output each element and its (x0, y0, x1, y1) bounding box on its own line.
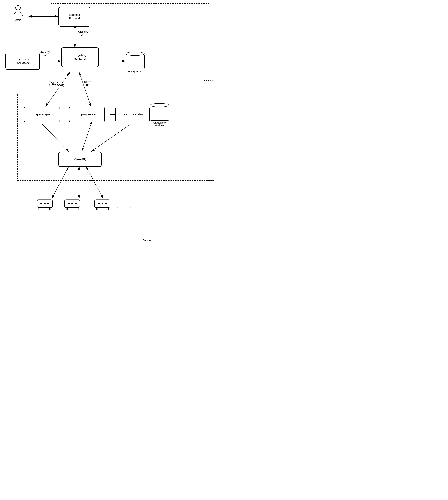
postgresql-db: PostgreSQL (126, 52, 144, 73)
device-1 (36, 199, 53, 211)
data-updater-plant-box: Data Updater Plant (115, 107, 150, 122)
vernemq-box: VerneMQ (59, 151, 101, 167)
graphql-api-label-2: GraphQL API (40, 51, 50, 57)
graphql-api-label-1: GraphQL API (78, 30, 88, 36)
svg-rect-21 (39, 207, 40, 210)
edgehog-region-label: Edgehog (204, 79, 213, 82)
astarte-region (17, 93, 213, 181)
svg-rect-28 (77, 207, 78, 210)
svg-point-26 (75, 203, 77, 204)
svg-point-18 (40, 203, 42, 204)
trigger-engine-box: Trigger Engine (24, 107, 60, 122)
edgehog-frontend-box: Edgehog Frontend (59, 7, 90, 27)
third-party-box: Third Party Applications (5, 52, 40, 70)
svg-rect-33 (96, 207, 98, 210)
svg-rect-34 (107, 207, 108, 210)
users-actor: Users (9, 5, 28, 22)
triggers-label: Triggers (HTTP POST) (49, 81, 64, 87)
svg-point-19 (44, 203, 46, 204)
architecture-diagram: Edgehog Astarte Devices Users Edgehog Fr… (0, 0, 224, 250)
device-3 (94, 199, 111, 211)
edgehog-backend-box: Edgehog Backend (61, 47, 99, 67)
svg-point-30 (98, 203, 100, 204)
svg-point-31 (101, 203, 103, 204)
devices-region-label: Devices (143, 239, 151, 242)
svg-rect-27 (66, 207, 68, 210)
cassandra-db: Cassandra/ ScyllaDB (150, 103, 169, 127)
svg-point-16 (16, 5, 20, 10)
rest-api-label: REST API (84, 81, 91, 87)
appengine-api-box: AppEngine API (69, 107, 105, 122)
svg-point-24 (68, 203, 70, 204)
svg-rect-22 (49, 207, 51, 210)
devices-ellipsis: . . . . . . (117, 205, 135, 209)
postgresql-label: PostgreSQL (128, 70, 142, 73)
users-label: Users (13, 17, 23, 22)
svg-point-20 (47, 203, 49, 204)
device-2 (64, 199, 81, 211)
svg-point-25 (71, 203, 73, 204)
cassandra-label: Cassandra/ ScyllaDB (153, 121, 166, 127)
astarte-region-label: Astarte (207, 179, 214, 182)
svg-point-32 (105, 203, 107, 204)
